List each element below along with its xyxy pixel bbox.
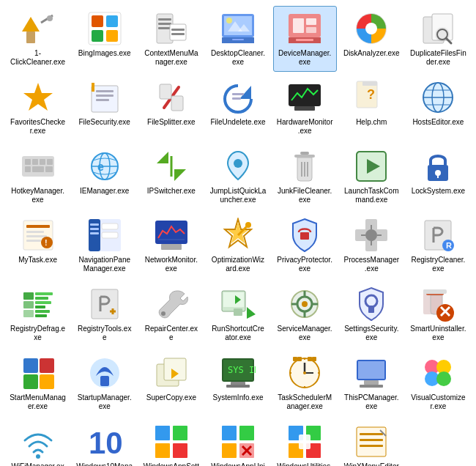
devicemanager-label: DeviceManager.exe <box>277 49 333 67</box>
svg-rect-121 <box>23 310 34 317</box>
icon-item-help[interactable]: ?Help.chm <box>340 75 404 141</box>
icon-item-mytask[interactable]: !MyTask.exe <box>6 212 70 278</box>
svg-rect-205 <box>360 445 383 447</box>
icon-item-hostseditor[interactable]: HostsEditor.exe <box>406 75 470 141</box>
icon-item-navpanemanager[interactable]: NavigationPaneManager.exe <box>72 212 136 278</box>
icon-item-processmanager[interactable]: ProcessManager.exe <box>340 212 404 278</box>
hostseditor-icon <box>420 80 455 115</box>
svg-rect-62 <box>32 159 38 165</box>
svg-rect-19 <box>232 39 244 40</box>
icon-item-contextmenu[interactable]: ContextMenuManager.exe <box>139 6 203 72</box>
privacyprotector-icon <box>287 218 322 253</box>
svg-rect-26 <box>296 39 313 41</box>
icon-item-networkmonitor[interactable]: NetworkMonitor.exe <box>139 212 203 278</box>
icon-item-supercopy[interactable]: SuperCopy.exe <box>139 350 203 416</box>
icon-item-servicemanager[interactable]: ServiceManager.exe <box>273 281 337 347</box>
icon-item-hardwaremonitor[interactable]: HardwareMonitor.exe <box>273 75 337 141</box>
icon-item-bingimages[interactable]: BingImages.exe <box>72 6 136 72</box>
icon-item-optimizationwizard[interactable]: OptimizationWizard.exe <box>206 212 269 278</box>
svg-rect-172 <box>308 357 312 361</box>
icon-item-fileundelete[interactable]: FileUndelete.exe <box>206 75 269 141</box>
icon-item-iemanager[interactable]: eIEManager.exe <box>72 144 136 210</box>
svg-rect-152 <box>40 358 54 373</box>
icon-item-privacyprotector[interactable]: PrivacyProtector.exe <box>273 212 337 278</box>
jumplist-icon <box>220 149 256 184</box>
icon-item-winappuninstaller[interactable]: WindowsAppUninstaller.exe <box>206 419 269 466</box>
svg-rect-133 <box>234 308 242 316</box>
icon-item-wifimanager[interactable]: WiFiManager.exe <box>6 419 70 466</box>
runshortcut-icon <box>220 286 256 322</box>
icon-item-jumplist[interactable]: JumpListQuickLauncher.exe <box>206 144 269 210</box>
icon-item-winutilities[interactable]: WindowsUtilities.exe <box>273 419 337 466</box>
svg-rect-39 <box>96 90 114 92</box>
privacyprotector-label: PrivacyProtector.exe <box>277 256 333 273</box>
icon-item-win10manager[interactable]: 10Windows10Manager.exe <box>72 419 136 466</box>
icon-item-registrytools[interactable]: RegistryTools.exe <box>72 281 136 347</box>
icon-item-taskscheduler[interactable]: TaskSchedulerManager.exe <box>273 350 337 416</box>
icon-item-registrycleaner[interactable]: RRegistryCleaner.exe <box>406 212 470 278</box>
help-icon: ? <box>354 80 389 115</box>
svg-rect-97 <box>90 232 99 234</box>
icon-item-thispc[interactable]: ThisPCManager.exe <box>340 350 404 416</box>
icon-item-filesecurity[interactable]: FileSecurity.exe <box>72 75 136 141</box>
svg-rect-65 <box>25 166 31 172</box>
icon-item-winappsettings[interactable]: WindowsAppSettings.exe <box>139 419 203 466</box>
networkmonitor-icon <box>154 218 189 253</box>
hostseditor-label: HostsEditor.exe <box>412 118 464 127</box>
icon-item-startmenumanager[interactable]: StartMenuManager.exe <box>6 350 70 416</box>
registrycleaner-icon: R <box>420 218 455 253</box>
svg-rect-88 <box>26 231 44 233</box>
svg-rect-61 <box>25 159 31 165</box>
winappuninstaller-label: WindowsAppUninstaller.exe <box>209 462 266 466</box>
1clickcleaner-label: 1-ClickCleaner.exe <box>10 49 66 67</box>
win10manager-label: Windows10Manager.exe <box>76 462 133 466</box>
settingssecurity-icon <box>354 286 389 322</box>
svg-rect-50 <box>289 84 321 106</box>
icon-item-startupmanager[interactable]: StartupManager.exe <box>72 350 136 416</box>
svg-rect-125 <box>35 306 45 308</box>
svg-text:SYS INFO: SYS INFO <box>228 365 256 375</box>
icon-grid: 1-ClickCleaner.exeBingImages.exeContextM… <box>6 6 470 466</box>
settingssecurity-label: SettingsSecurity.exe <box>343 325 400 342</box>
svg-marker-72 <box>157 152 168 163</box>
svg-point-4 <box>47 15 53 21</box>
icon-item-launchtask[interactable]: LaunchTaskCommand.exe <box>340 144 404 210</box>
icon-item-winxmenueditor[interactable]: WinXMenuEditor.exe <box>340 419 404 466</box>
win10manager-icon: 10 <box>87 424 122 459</box>
icon-item-visualcustomizer[interactable]: VisualCustomizer.exe <box>406 350 470 416</box>
icon-item-locksystem[interactable]: LockSystem.exe <box>406 144 470 210</box>
icon-item-favoriteschecker[interactable]: FavoritesChecker.exe <box>6 75 70 141</box>
icon-item-filesplitter[interactable]: FileSplitter.exe <box>139 75 203 141</box>
icon-item-duplicatefinder[interactable]: DuplicateFilesFinder.exe <box>406 6 470 72</box>
wifimanager-icon <box>21 424 56 459</box>
supercopy-icon <box>154 355 189 391</box>
svg-rect-193 <box>222 443 237 458</box>
svg-rect-178 <box>364 380 379 385</box>
svg-point-111 <box>365 229 377 241</box>
winutilities-icon <box>287 424 322 459</box>
svg-rect-27 <box>293 18 304 33</box>
winappuninstaller-icon <box>220 424 256 459</box>
icon-item-smartuninstaller[interactable]: SmartUninstaller.exe <box>406 281 470 347</box>
svg-rect-190 <box>173 443 187 458</box>
icon-item-settingssecurity[interactable]: SettingsSecurity.exe <box>340 281 404 347</box>
registrydefrag-label: RegistryDefrag.exe <box>10 325 66 342</box>
junkfilecleaner-label: JunkFileCleaner.exe <box>277 187 333 204</box>
svg-marker-2 <box>22 17 40 32</box>
icon-item-sysinfo[interactable]: SYS INFOSystemInfo.exe <box>206 350 269 416</box>
icon-item-ipswitcher[interactable]: IPSwitcher.exe <box>139 144 203 210</box>
icon-item-repaircenter[interactable]: RepairCenter.exe <box>139 281 203 347</box>
svg-text:e: e <box>97 160 104 173</box>
smartuninstaller-label: SmartUninstaller.exe <box>410 325 466 342</box>
icon-item-runshortcut[interactable]: RunShortcutCreator.exe <box>206 281 269 347</box>
svg-rect-14 <box>170 24 186 40</box>
svg-rect-15 <box>171 29 185 31</box>
icon-item-registrydefrag[interactable]: RegistryDefrag.exe <box>6 281 70 347</box>
iemanager-label: IEManager.exe <box>80 187 129 196</box>
icon-item-devicemanager[interactable]: DeviceManager.exe <box>273 6 337 72</box>
icon-item-diskanalyzer[interactable]: DiskAnalyzer.exe <box>340 6 404 72</box>
icon-item-hotkeymanager[interactable]: HotkeyManager.exe <box>6 144 70 210</box>
icon-item-desktopcleaner[interactable]: DesktopCleaner.exe <box>206 6 269 72</box>
icon-item-junkfilecleaner[interactable]: JunkFileCleaner.exe <box>273 144 337 210</box>
icon-item-1clickcleaner[interactable]: 1-ClickCleaner.exe <box>6 6 70 72</box>
